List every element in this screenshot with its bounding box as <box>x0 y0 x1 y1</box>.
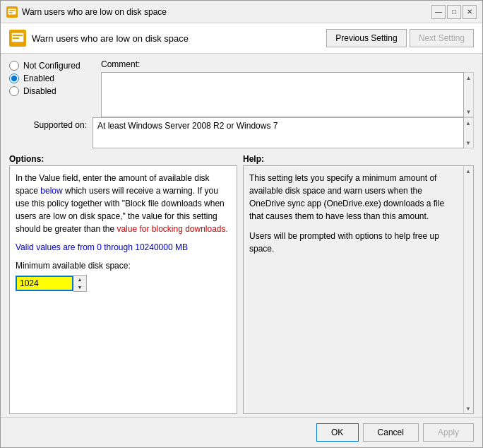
window-title: Warn users who are low on disk space <box>22 7 167 17</box>
range-value: 10240000 MB <box>135 242 188 252</box>
bottom-bar: OK Cancel Apply <box>1 417 482 447</box>
comment-label: Comment: <box>101 59 140 69</box>
min-disk-input[interactable] <box>16 276 73 291</box>
help-header: Help: <box>243 151 474 165</box>
help-scroll-up[interactable]: ▲ <box>464 166 472 176</box>
supported-scrollbar[interactable]: ▲ ▼ <box>464 117 474 148</box>
radio-group: Not Configured Enabled Disabled <box>9 58 101 117</box>
next-setting-button[interactable]: Next Setting <box>410 29 474 47</box>
dialog-icon <box>9 30 26 47</box>
supported-label: Supported on: <box>9 117 93 148</box>
help-content: This setting lets you specify a minimum … <box>244 166 463 413</box>
svg-rect-4 <box>13 35 23 36</box>
supported-scroll-up[interactable]: ▲ <box>464 118 472 128</box>
enabled-label: Enabled <box>23 73 54 83</box>
minimize-button[interactable]: — <box>431 5 446 19</box>
options-description: In the Value field, enter the amount of … <box>16 172 231 235</box>
svg-rect-0 <box>8 8 16 15</box>
title-bar: Warn users who are low on disk space — □… <box>1 1 482 23</box>
scroll-up-arrow[interactable]: ▲ <box>465 73 473 83</box>
help-scroll-down[interactable]: ▼ <box>464 403 472 413</box>
svg-rect-2 <box>9 12 13 13</box>
min-disk-label: Minimum available disk space: <box>16 259 231 272</box>
options-content: In the Value field, enter the amount of … <box>10 166 237 413</box>
help-text2: Users will be prompted with options to h… <box>249 230 458 255</box>
comment-scrollbar[interactable]: ▲ ▼ <box>464 72 474 117</box>
main-window: Warn users who are low on disk space — □… <box>0 0 483 448</box>
disabled-radio[interactable] <box>9 86 19 96</box>
supported-scroll-down[interactable]: ▼ <box>464 138 472 148</box>
spin-down-button[interactable]: ▼ <box>73 283 86 291</box>
enabled-option[interactable]: Enabled <box>9 73 101 83</box>
disabled-label: Disabled <box>23 86 56 96</box>
options-panel: In the Value field, enter the amount of … <box>9 165 237 414</box>
help-text1: This setting lets you specify a minimum … <box>249 172 458 223</box>
comment-textarea[interactable] <box>101 72 464 117</box>
below-text: below <box>40 186 62 196</box>
not-configured-radio[interactable] <box>9 61 19 71</box>
enabled-radio[interactable] <box>9 73 19 83</box>
scroll-track <box>465 83 473 107</box>
svg-rect-5 <box>13 37 19 39</box>
previous-setting-button[interactable]: Previous Setting <box>326 29 406 47</box>
svg-rect-1 <box>9 10 15 11</box>
content-area: Not Configured Enabled Disabled Comment: <box>1 54 482 417</box>
options-header: Options: <box>9 151 240 165</box>
help-panel: This setting lets you specify a minimum … <box>243 165 474 414</box>
dialog-title: Warn users who are low on disk space <box>32 33 189 44</box>
not-configured-option[interactable]: Not Configured <box>9 61 101 71</box>
ok-button[interactable]: OK <box>316 423 359 442</box>
scroll-down-arrow[interactable]: ▼ <box>465 107 473 117</box>
spinner-buttons: ▲ ▼ <box>73 275 87 292</box>
supported-value: At least Windows Server 2008 R2 or Windo… <box>93 117 464 148</box>
spin-up-button[interactable]: ▲ <box>73 276 86 283</box>
spinner-wrapper: ▲ ▼ <box>16 275 86 292</box>
apply-button[interactable]: Apply <box>423 423 474 442</box>
window-icon <box>6 6 18 18</box>
red-text: value for blocking downloads. <box>117 224 227 234</box>
help-scrollbar[interactable]: ▲ ▼ <box>463 166 473 413</box>
cancel-button[interactable]: Cancel <box>363 423 419 442</box>
dialog-header: Warn users who are low on disk space Pre… <box>1 23 482 54</box>
disabled-option[interactable]: Disabled <box>9 86 101 96</box>
two-panel-area: Options: In the Value field, enter the a… <box>1 151 482 417</box>
not-configured-label: Not Configured <box>23 61 80 71</box>
valid-range-text: Valid values are from 0 through 10240000… <box>16 241 231 254</box>
close-button[interactable]: ✕ <box>463 5 477 19</box>
maximize-button[interactable]: □ <box>447 5 461 19</box>
